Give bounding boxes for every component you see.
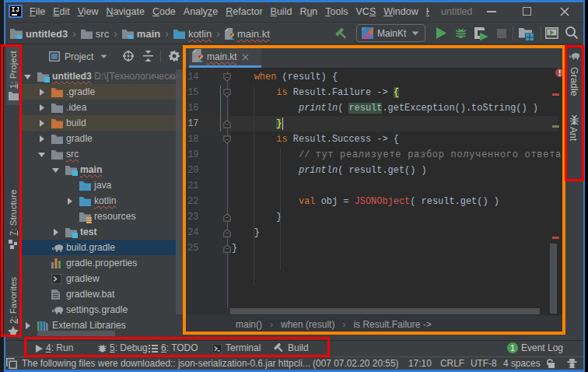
- svg-text:1: 1: [510, 344, 515, 353]
